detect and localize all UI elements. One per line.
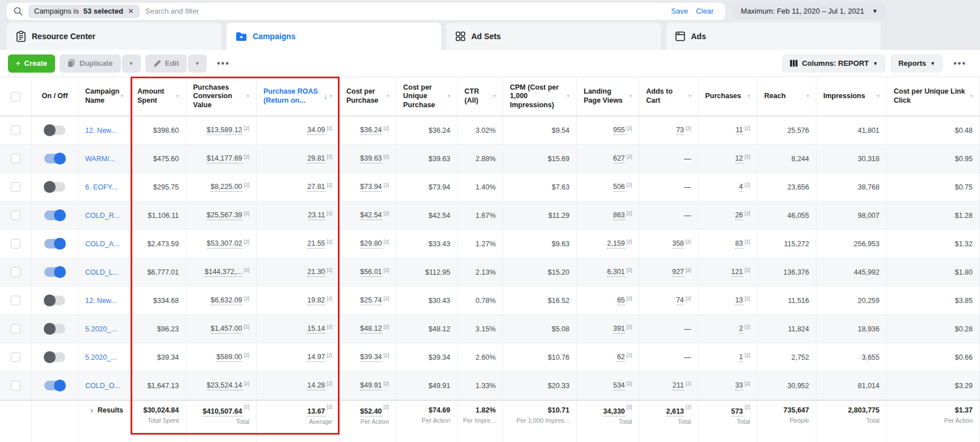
- campaign-toggle[interactable]: [44, 211, 65, 220]
- metric-value: 534: [613, 381, 625, 390]
- metric-value: $53,307.02: [207, 239, 242, 249]
- column-header-cost-per-unique-link-click[interactable]: Cost per Unique Link Click ▾: [887, 77, 980, 116]
- more-actions-button[interactable]: •••: [211, 58, 236, 69]
- campaign-name-link[interactable]: COLD_A...: [85, 240, 119, 248]
- campaign-toggle[interactable]: [44, 381, 65, 390]
- campaign-toggle[interactable]: [44, 352, 65, 362]
- metric-value: 4: [739, 183, 743, 192]
- campaign-name-link[interactable]: 12. New...: [85, 297, 117, 305]
- metric-value: $36.24: [429, 127, 450, 134]
- table-row: 12. New... $334.68 $6,632.09[2] 19.82[2]…: [0, 287, 980, 315]
- duplicate-dropdown-button[interactable]: ▼: [122, 54, 141, 73]
- columns-button[interactable]: Columns: REPORT ▼: [782, 54, 886, 73]
- column-header-ctr-all[interactable]: CTR (All) ▾: [458, 77, 503, 116]
- chevron-down-icon[interactable]: ▾: [176, 93, 179, 99]
- folder-icon: [236, 31, 247, 41]
- edit-dropdown-button[interactable]: ▼: [188, 54, 207, 73]
- save-button[interactable]: Save: [671, 7, 688, 15]
- campaign-name-link[interactable]: 12. New...: [85, 127, 117, 134]
- campaign-name-link[interactable]: 5.2020_...: [85, 325, 117, 333]
- chevron-down-icon[interactable]: ▾: [493, 93, 496, 99]
- metric-value: $0.66: [955, 353, 973, 361]
- campaign-name-link[interactable]: COLD_R...: [85, 212, 120, 220]
- chevron-down-icon[interactable]: ▾: [120, 93, 123, 99]
- footnote-ref: [2]: [745, 296, 750, 301]
- table-row: COLD_A... $2,473.59 $53,307.02[2] 21.55[…: [0, 230, 980, 258]
- metric-value: $42.54: [360, 211, 382, 220]
- column-header-reach[interactable]: Reach ▾: [757, 77, 816, 116]
- row-checkbox[interactable]: [11, 182, 20, 192]
- campaign-toggle[interactable]: [44, 154, 65, 163]
- row-checkbox[interactable]: [11, 125, 20, 135]
- expand-results-icon[interactable]: ›: [90, 406, 93, 414]
- search-input[interactable]: Search and filter: [145, 7, 665, 15]
- chevron-down-icon[interactable]: ▾: [877, 93, 880, 99]
- chevron-down-icon[interactable]: ▾: [246, 93, 249, 99]
- row-checkbox[interactable]: [11, 211, 20, 220]
- chevron-down-icon[interactable]: ▾: [747, 93, 750, 99]
- tab-ad-sets[interactable]: Ad Sets: [446, 23, 661, 50]
- select-all-checkbox[interactable]: [11, 92, 20, 102]
- column-header-cost-per-purchase[interactable]: Cost per Purchase ▾: [340, 77, 396, 116]
- tab-ads[interactable]: Ads: [666, 23, 881, 50]
- create-button[interactable]: + Create: [8, 54, 55, 73]
- search-and-filter-bar[interactable]: Campaigns is 53 selected ✕ Search and fi…: [7, 3, 725, 20]
- duplicate-button[interactable]: Duplicate: [60, 54, 121, 73]
- column-header-purchases-conversion-value[interactable]: Purchases Conversion Value ▾: [186, 77, 257, 116]
- close-icon[interactable]: ✕: [128, 7, 134, 15]
- column-header-cost-per-unique-purchase[interactable]: Cost per Unique Purchase ▾: [396, 77, 458, 116]
- campaign-name-link[interactable]: WARM/...: [85, 155, 115, 163]
- row-checkbox[interactable]: [11, 324, 20, 334]
- toggle-knob: [54, 266, 66, 278]
- campaign-toggle[interactable]: [44, 182, 65, 192]
- column-header-landing-page-views[interactable]: Landing Page Views ▾: [577, 77, 639, 116]
- chevron-down-icon[interactable]: ▾: [629, 93, 632, 99]
- metric-value: —: [684, 212, 692, 220]
- metric-value: 115,272: [784, 240, 809, 248]
- campaign-name-link[interactable]: 6. EOFY...: [85, 183, 118, 191]
- filter-chip-campaigns-selected[interactable]: Campaigns is 53 selected ✕: [28, 5, 140, 18]
- edit-button[interactable]: Edit: [145, 54, 187, 73]
- chevron-down-icon[interactable]: ▾: [567, 93, 569, 99]
- campaign-toggle[interactable]: [44, 267, 65, 277]
- column-header-purchases[interactable]: Purchases ▾: [698, 77, 757, 116]
- campaign-toggle[interactable]: [44, 239, 65, 249]
- campaign-name-link[interactable]: 5.2020_...: [85, 353, 117, 361]
- chevron-down-icon[interactable]: ▾: [688, 93, 691, 99]
- metric-cell: 20,259: [816, 287, 887, 314]
- campaign-toggle[interactable]: [44, 324, 65, 334]
- row-checkbox[interactable]: [11, 267, 20, 277]
- row-checkbox[interactable]: [11, 154, 20, 163]
- column-header-cpm[interactable]: CPM (Cost per 1,000 Impressions) ▾: [503, 77, 577, 116]
- campaign-toggle[interactable]: [44, 125, 65, 135]
- chevron-down-icon[interactable]: ▾: [447, 93, 450, 99]
- tab-resource-center[interactable]: Resource Center: [7, 23, 221, 50]
- column-header-adds-to-cart[interactable]: Adds to Cart ▾: [639, 77, 698, 116]
- row-checkbox[interactable]: [11, 296, 20, 305]
- reports-button[interactable]: Reports ▼: [890, 54, 943, 73]
- column-header-impressions[interactable]: Impressions ▾: [816, 77, 887, 116]
- campaign-toggle[interactable]: [44, 296, 65, 305]
- campaign-name-link[interactable]: COLD_O...: [85, 382, 120, 390]
- row-checkbox[interactable]: [11, 352, 20, 362]
- more-options-button[interactable]: •••: [948, 58, 972, 69]
- sort-descending-icon[interactable]: ↓: [324, 92, 328, 101]
- results-value: 13.67: [307, 407, 325, 416]
- chevron-down-icon[interactable]: ▾: [806, 93, 809, 99]
- column-header-campaign-name[interactable]: Campaign Name ▾: [78, 77, 131, 116]
- row-checkbox[interactable]: [11, 239, 20, 249]
- metric-cell: —: [639, 315, 698, 343]
- chevron-down-icon[interactable]: ▾: [970, 93, 973, 99]
- campaign-name-link[interactable]: COLD_L...: [85, 268, 119, 276]
- clear-button[interactable]: Clear: [696, 7, 714, 15]
- date-range-selector[interactable]: Maximum: Feb 11, 2020 – Jul 1, 2021 ▼: [733, 3, 886, 20]
- table-row: COLD_L... $6,777.01 $144,372,...[2] 21.3…: [0, 258, 980, 287]
- column-header-purchase-roas[interactable]: Purchase ROAS (Return on... ↓ ▾: [257, 77, 340, 116]
- footnote-ref: [2]: [627, 296, 632, 301]
- chevron-down-icon[interactable]: ▾: [386, 93, 389, 99]
- tab-campaigns[interactable]: Campaigns: [227, 23, 441, 50]
- metric-value: $14,177.69: [207, 154, 242, 163]
- column-header-amount-spent[interactable]: Amount Spent ▾: [131, 77, 186, 116]
- chevron-down-icon[interactable]: ▾: [329, 93, 332, 99]
- row-checkbox[interactable]: [11, 381, 20, 390]
